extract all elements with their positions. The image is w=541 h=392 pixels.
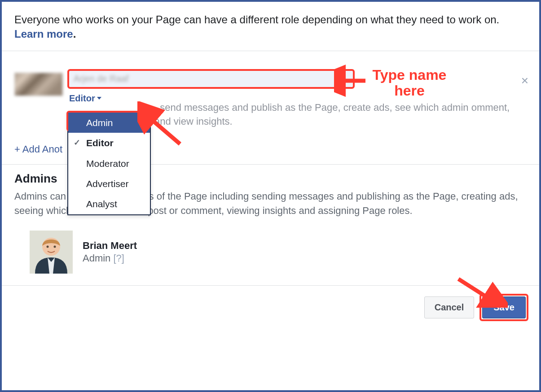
cancel-button[interactable]: Cancel	[424, 296, 475, 318]
admin-role: Admin [?]	[83, 253, 137, 264]
save-button[interactable]: Save	[482, 296, 526, 318]
assign-role-section: Arjen de Raaf × Editor , send messages a…	[2, 51, 539, 165]
annotation-highlight-save: Save	[479, 294, 528, 321]
admin-info: Brian Meert Admin [?]	[83, 240, 137, 264]
add-another-link[interactable]: + Add Anot	[14, 144, 62, 155]
role-option-label: Editor	[86, 138, 114, 148]
role-option-label: Admin	[86, 118, 113, 128]
page-roles-panel: Everyone who works on your Page can have…	[0, 0, 541, 392]
role-dropdown: Admin ✓ Editor Moderator Advertiser Anal…	[67, 112, 151, 215]
role-option-editor[interactable]: ✓ Editor	[68, 133, 150, 153]
role-option-analyst[interactable]: Analyst	[68, 194, 150, 214]
remove-user-button[interactable]: ×	[521, 74, 528, 87]
role-option-label: Advertiser	[86, 179, 129, 189]
name-input-value: Arjen de Raaf	[74, 74, 128, 84]
annotation-text-type-name: Type name here	[365, 67, 454, 99]
role-option-admin[interactable]: Admin	[68, 113, 150, 133]
intro-copy: Everyone who works on your Page can have…	[14, 13, 499, 26]
check-icon: ✓	[74, 137, 80, 148]
admin-name: Brian Meert	[83, 240, 137, 252]
role-select-label-text: Editor	[69, 93, 95, 104]
svg-point-6	[47, 246, 49, 248]
pending-user-avatar	[14, 73, 63, 96]
footer-actions: Cancel Save	[2, 286, 539, 329]
role-option-label: Moderator	[86, 158, 129, 169]
intro-period: .	[73, 28, 76, 40]
role-select-toggle[interactable]: Editor	[69, 93, 101, 104]
name-input[interactable]: Arjen de Raaf	[67, 69, 355, 89]
role-description: , send messages and publish as the Page,…	[154, 101, 527, 129]
role-option-advertiser[interactable]: Advertiser	[68, 174, 150, 194]
svg-point-7	[54, 246, 56, 248]
admin-row: Brian Meert Admin [?]	[30, 231, 527, 274]
admin-role-help[interactable]: [?]	[113, 253, 124, 264]
intro-text: Everyone who works on your Page can have…	[2, 2, 539, 51]
admin-avatar	[30, 231, 73, 274]
role-option-moderator[interactable]: Moderator	[68, 153, 150, 174]
role-option-label: Analyst	[86, 199, 117, 209]
caret-down-icon	[97, 97, 101, 100]
learn-more-link[interactable]: Learn more	[14, 28, 73, 40]
